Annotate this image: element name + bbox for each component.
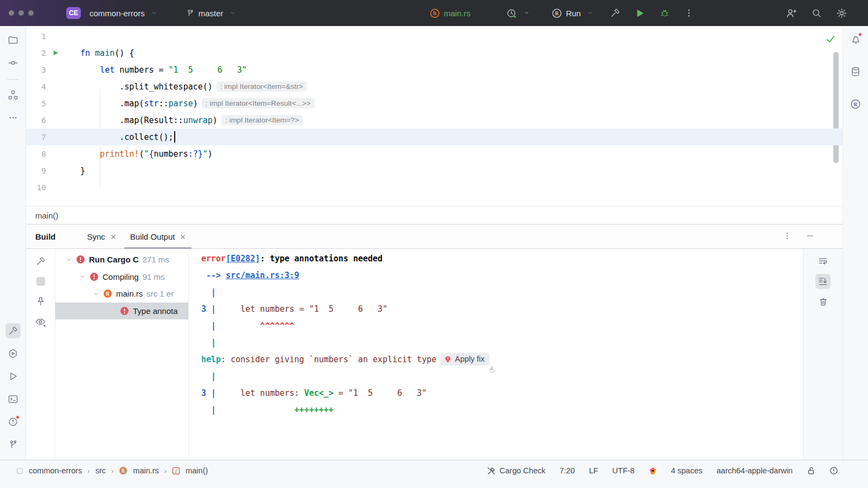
code-text[interactable]: .collect(); — [80, 131, 843, 143]
code-with-me-add-user-icon[interactable] — [786, 8, 797, 19]
minimize-panel-icon[interactable] — [806, 232, 814, 242]
database-tool-icon[interactable] — [848, 64, 863, 79]
breadcrumb[interactable]: main() — [26, 206, 843, 224]
close-icon[interactable] — [111, 232, 116, 241]
editor-line[interactable]: 7 .collect(); — [26, 129, 843, 145]
editor-line[interactable]: 5 .map(str::parse): impl Iterator<Item=R… — [26, 95, 843, 112]
line-number: 1 — [26, 32, 46, 41]
stop-build-icon[interactable] — [33, 274, 48, 289]
panel-options-kebab-icon[interactable] — [783, 232, 792, 242]
version-control-tool-icon[interactable] — [5, 437, 21, 452]
apply-fix-button[interactable]: Apply fix☝ — [441, 353, 489, 365]
problems-tool-icon[interactable] — [5, 414, 21, 429]
status-crumb-file[interactable]: main.rs — [133, 466, 159, 475]
build-tree-row[interactable]: Run Cargo C271 ms — [55, 251, 188, 268]
editor-line[interactable]: 10 — [26, 179, 843, 196]
status-crumb-src[interactable]: src — [95, 466, 106, 475]
editor-line[interactable]: 6 .map(Result::unwrap): impl Iterator<It… — [26, 112, 843, 129]
profiler-widget[interactable] — [506, 8, 530, 19]
editor-line[interactable]: 2fn main() { — [26, 44, 843, 61]
inlay-type-hint[interactable]: : impl Iterator<Item=Result<...>> — [202, 98, 315, 108]
inlay-type-hint[interactable]: : impl Iterator<Item=?> — [221, 115, 303, 125]
build-hammer-button[interactable] — [610, 8, 621, 18]
code-text[interactable]: .map(Result::unwrap): impl Iterator<Item… — [80, 115, 843, 125]
toolchain-widget[interactable]: aarch64-apple-darwin — [717, 466, 793, 475]
build-tree-row[interactable]: Type annota — [55, 303, 188, 320]
run-gutter-icon[interactable] — [50, 48, 61, 59]
project-tool-icon[interactable] — [5, 33, 21, 48]
build-tool-icon[interactable] — [5, 323, 21, 338]
code-text[interactable]: println!("{numbers:?}") — [80, 149, 843, 159]
inlay-type-hint[interactable]: : impl Iterator<Item=&str> — [216, 81, 307, 92]
status-crumb-project[interactable]: common-errors — [29, 466, 82, 475]
structure-tool-icon[interactable] — [5, 87, 21, 102]
code-text[interactable]: } — [80, 166, 843, 176]
code-text[interactable]: let numbers = "1 5 6 3" — [80, 65, 843, 75]
debug-button[interactable] — [659, 8, 670, 18]
tab-sync[interactable]: Sync — [80, 224, 123, 249]
more-tools-icon[interactable] — [5, 110, 21, 125]
more-actions-kebab-icon[interactable] — [684, 8, 694, 18]
rust-plugin-icon[interactable]: R — [848, 97, 863, 112]
status-crumb-function[interactable]: main() — [186, 466, 208, 475]
window-controls[interactable] — [9, 10, 34, 16]
services-tool-icon[interactable] — [5, 346, 21, 361]
pin-tab-icon[interactable] — [33, 294, 48, 309]
editor-line[interactable]: 9} — [26, 162, 843, 179]
editor-line[interactable]: 3 let numbers = "1 5 6 3" — [26, 61, 843, 78]
close-icon[interactable] — [180, 232, 186, 241]
ai-assistant-icon[interactable] — [649, 467, 657, 475]
code-text[interactable]: .map(str::parse): impl Iterator<Item=Res… — [80, 98, 843, 108]
tree-expand-chevron-icon[interactable] — [78, 273, 87, 280]
problems-status-icon[interactable] — [829, 466, 838, 475]
code-editor[interactable]: 12fn main() {3 let numbers = "1 5 6 3"4 … — [26, 26, 843, 206]
editor-line[interactable]: 1 — [26, 28, 843, 44]
unlocked-icon[interactable] — [807, 466, 815, 475]
editor-line[interactable]: 8 println!("{numbers:?}") — [26, 145, 843, 162]
build-panel-title[interactable]: Build — [35, 232, 56, 241]
build-tree-row[interactable]: Compiling91 ms — [55, 268, 188, 286]
tab-build-output[interactable]: Build Output — [123, 224, 193, 249]
code-token: .collect(); — [80, 132, 174, 142]
scroll-to-end-icon[interactable] — [815, 274, 831, 289]
search-everywhere-icon[interactable] — [811, 8, 822, 18]
rerun-build-hammer-icon[interactable] — [33, 254, 48, 269]
editor-line[interactable]: 4 .split_whitespace(): impl Iterator<Ite… — [26, 78, 843, 95]
caret-position-widget[interactable]: 7:20 — [559, 466, 575, 475]
code-token: fn — [80, 48, 95, 58]
line-separator-widget[interactable]: LF — [589, 466, 598, 475]
clear-all-trash-icon[interactable] — [815, 294, 831, 309]
indent-widget[interactable]: 4 spaces — [671, 466, 703, 475]
error-code-link[interactable]: [E0282] — [226, 254, 260, 264]
breadcrumb-item[interactable]: main() — [35, 211, 59, 220]
chevron-down-icon[interactable] — [524, 10, 530, 16]
window-zoom-button[interactable] — [28, 10, 34, 16]
code-text[interactable]: .split_whitespace(): impl Iterator<Item=… — [80, 81, 843, 92]
profiler-icon — [506, 8, 518, 19]
vcs-branch-widget[interactable]: master — [186, 9, 236, 18]
settings-gear-icon[interactable] — [836, 8, 847, 19]
build-tree-row[interactable]: Rmain.rssrc 1 er — [55, 285, 188, 303]
window-minimize-button[interactable] — [18, 10, 24, 16]
run-configuration-widget[interactable]: R Run — [552, 8, 593, 18]
commit-tool-icon[interactable] — [5, 55, 21, 70]
terminal-tool-icon[interactable] — [5, 391, 21, 407]
run-tool-icon[interactable] — [5, 369, 21, 384]
notifications-bell-icon[interactable] — [848, 31, 863, 47]
run-button[interactable] — [635, 8, 645, 18]
console-line: error[E0282]: type annotations needed — [201, 250, 803, 267]
tree-expand-chevron-icon[interactable] — [64, 256, 74, 263]
code-token: :?} — [188, 149, 203, 159]
soft-wrap-icon[interactable] — [815, 254, 831, 269]
tree-expand-chevron-icon[interactable] — [91, 291, 101, 297]
window-close-button[interactable] — [9, 10, 14, 16]
source-location-link[interactable]: src/main.rs:3:9 — [226, 271, 299, 280]
encoding-widget[interactable]: UTF-8 — [612, 466, 635, 475]
project-widget[interactable]: CE common-errors — [66, 7, 157, 19]
cargo-check-widget[interactable]: Cargo Check — [487, 466, 546, 476]
build-output-console[interactable]: error[E0282]: type annotations needed --… — [189, 249, 803, 460]
current-file-widget[interactable]: R main.rs — [430, 8, 470, 18]
console-text: | — [201, 371, 216, 381]
code-text[interactable]: fn main() { — [80, 48, 843, 58]
preview-eye-icon[interactable] — [33, 314, 48, 329]
